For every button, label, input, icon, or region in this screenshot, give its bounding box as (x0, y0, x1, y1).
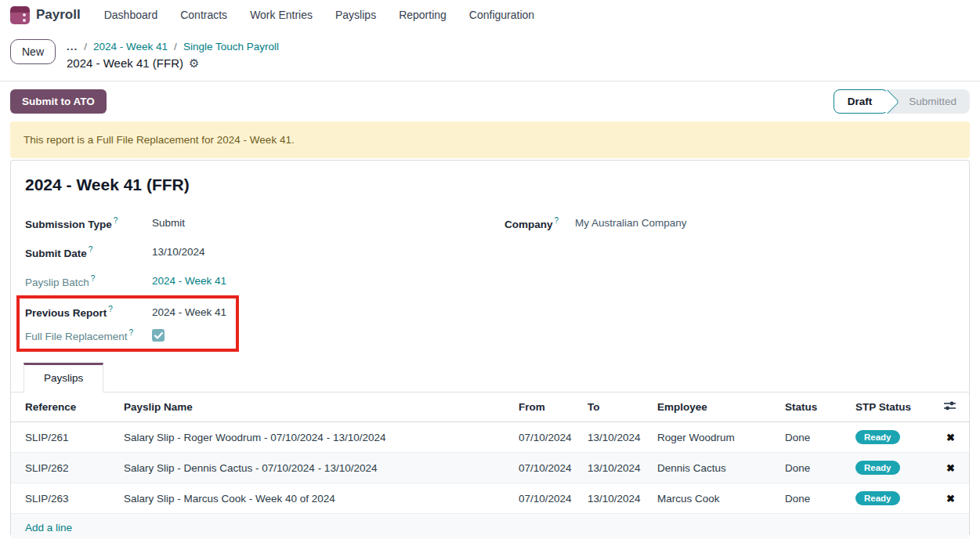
main-menu: Dashboard Contracts Work Entries Payslip… (104, 9, 534, 21)
stp-ready-badge: Ready (855, 461, 900, 475)
breadcrumb-link-batch[interactable]: 2024 - Week 41 (93, 41, 168, 52)
notebook-tabs: Payslips (11, 363, 969, 392)
cell-employee[interactable]: Marcus Cook (653, 483, 780, 514)
col-stp-status[interactable]: STP Status (851, 392, 929, 422)
table-row[interactable]: SLIP/263 Salary Slip - Marcus Cook - Wee… (11, 483, 969, 514)
payslip-batch-value[interactable]: 2024 - Week 41 (152, 275, 226, 287)
cell-from[interactable]: 07/10/2024 (514, 483, 583, 514)
cell-status[interactable]: Done (780, 453, 851, 483)
submit-date-value[interactable]: 13/10/2024 (152, 246, 205, 258)
stage-submitted[interactable]: Submitted (888, 89, 970, 114)
col-employee[interactable]: Employee (653, 392, 780, 422)
payslip-table-body: SLIP/261 Salary Slip - Roger Woodrum - 0… (11, 422, 969, 539)
app-switcher[interactable]: Payroll (10, 6, 81, 24)
app-name: Payroll (36, 7, 81, 23)
payslip-batch-label: Payslip Batch? (25, 274, 152, 288)
full-file-replacement-label: Full File Replacement? (25, 328, 152, 342)
add-line-row: Add a line (11, 514, 969, 539)
previous-report-label: Previous Report? (25, 305, 152, 319)
ffr-warning-alert: This report is a Full File Replacement f… (10, 121, 970, 158)
col-payslip-name[interactable]: Payslip Name (119, 392, 514, 422)
help-icon: ? (555, 216, 559, 225)
breadcrumb-current: 2024 - Week 41 (FFR) (67, 56, 183, 70)
stage-draft[interactable]: Draft (834, 89, 889, 114)
delete-row-icon[interactable]: ✖ (929, 422, 969, 453)
delete-row-icon[interactable]: ✖ (929, 483, 969, 514)
cell-payslip-name[interactable]: Salary Slip - Marcus Cook - Week 40 of 2… (119, 483, 514, 514)
menu-contracts[interactable]: Contracts (180, 9, 227, 21)
cell-reference[interactable]: SLIP/262 (11, 453, 119, 483)
gear-icon[interactable]: ⚙ (189, 57, 199, 69)
payroll-app-icon (10, 6, 30, 24)
company-value[interactable]: My Australian Company (575, 217, 687, 229)
col-from[interactable]: From (514, 392, 583, 422)
table-row[interactable]: SLIP/262 Salary Slip - Dennis Cactus - 0… (11, 453, 969, 483)
stp-ready-badge: Ready (855, 491, 900, 505)
cell-reference[interactable]: SLIP/261 (11, 422, 119, 453)
menu-reporting[interactable]: Reporting (399, 9, 447, 21)
new-button[interactable]: New (10, 39, 56, 64)
help-icon: ? (129, 328, 134, 337)
col-to[interactable]: To (583, 392, 653, 422)
cell-status[interactable]: Done (780, 483, 851, 514)
add-a-line-link[interactable]: Add a line (25, 522, 72, 534)
col-reference[interactable]: Reference (11, 392, 119, 422)
stage-stepper: Draft Submitted (834, 89, 970, 114)
cell-to[interactable]: 13/10/2024 (583, 483, 653, 514)
cell-stp-status[interactable]: Ready (851, 422, 929, 453)
cell-employee[interactable]: Dennis Cactus (653, 453, 780, 483)
cell-to[interactable]: 13/10/2024 (583, 422, 653, 453)
help-icon: ? (91, 274, 96, 283)
stp-ready-badge: Ready (855, 430, 900, 444)
menu-configuration[interactable]: Configuration (469, 9, 534, 21)
optional-columns-icon[interactable] (943, 402, 956, 414)
cell-status[interactable]: Done (780, 422, 851, 453)
cell-payslip-name[interactable]: Salary Slip - Dennis Cactus - 07/10/2024… (119, 453, 514, 483)
control-panel: New ... / 2024 - Week 41 / Single Touch … (0, 30, 980, 81)
cell-payslip-name[interactable]: Salary Slip - Roger Woodrum - 07/10/2024… (119, 422, 514, 453)
record-title: 2024 - Week 41 (FFR) (25, 175, 955, 194)
annotation-red-box: Previous Report? 2024 - Week 41 Full Fil… (16, 295, 239, 352)
menu-work-entries[interactable]: Work Entries (250, 9, 313, 21)
previous-report-value[interactable]: 2024 - Week 41 (152, 306, 226, 318)
col-status[interactable]: Status (780, 392, 851, 422)
table-row[interactable]: SLIP/261 Salary Slip - Roger Woodrum - 0… (11, 422, 969, 453)
submission-type-label: Submission Type? (25, 216, 152, 230)
top-navbar: Payroll Dashboard Contracts Work Entries… (0, 0, 980, 30)
tab-payslips[interactable]: Payslips (24, 363, 103, 392)
breadcrumb-separator: / (84, 41, 87, 52)
cell-from[interactable]: 07/10/2024 (514, 453, 583, 483)
breadcrumb-separator: / (174, 41, 177, 52)
delete-row-icon[interactable]: ✖ (929, 453, 969, 483)
help-icon: ? (89, 245, 93, 254)
breadcrumb-ellipsis[interactable]: ... (67, 41, 78, 52)
full-file-replacement-checkbox[interactable] (152, 329, 165, 342)
cell-from[interactable]: 07/10/2024 (514, 422, 583, 453)
cell-to[interactable]: 13/10/2024 (583, 453, 653, 483)
cell-stp-status[interactable]: Ready (851, 453, 929, 483)
submit-to-ato-button[interactable]: Submit to ATO (10, 89, 107, 114)
help-icon: ? (114, 216, 118, 225)
breadcrumb: ... / 2024 - Week 41 / Single Touch Payr… (67, 39, 279, 70)
submit-date-label: Submit Date? (25, 245, 152, 259)
table-header-row: Reference Payslip Name From To Employee … (11, 392, 969, 422)
cell-reference[interactable]: SLIP/263 (11, 483, 119, 514)
submission-type-value[interactable]: Submit (152, 217, 185, 229)
menu-payslips[interactable]: Payslips (335, 9, 376, 21)
menu-dashboard[interactable]: Dashboard (104, 9, 158, 21)
breadcrumb-link-stp[interactable]: Single Touch Payroll (183, 41, 279, 52)
cell-employee[interactable]: Roger Woodrum (653, 422, 780, 453)
form-statusbar: Submit to ATO Draft Submitted (0, 81, 980, 121)
form-sheet: 2024 - Week 41 (FFR) Submission Type? Su… (10, 160, 970, 535)
company-label: Company? (504, 216, 575, 230)
cell-stp-status[interactable]: Ready (851, 483, 929, 514)
payslips-table: Reference Payslip Name From To Employee … (11, 392, 969, 539)
help-icon: ? (108, 305, 113, 313)
